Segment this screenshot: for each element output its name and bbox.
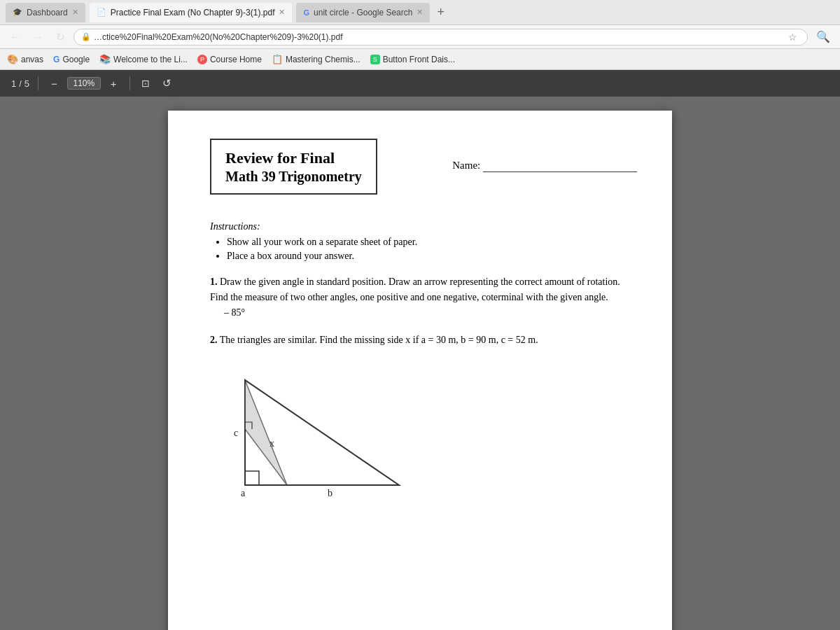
problem-2-number: 2. (210, 335, 218, 345)
bullet-2: Place a box around your answer. (227, 251, 637, 262)
course-home-icon: P (197, 55, 207, 64)
problem-1-text: Draw the given angle in standard positio… (210, 276, 620, 302)
toolbar-sep-1 (38, 76, 38, 90)
bookmark-canvas-label: anvas (21, 55, 43, 64)
zoom-value: 110% (67, 77, 101, 90)
inner-triangle (245, 380, 287, 485)
back-button[interactable]: ← (6, 29, 24, 44)
bookmark-google-label: Google (62, 55, 90, 64)
bookmark-mastering[interactable]: 📋 Mastering Chemis... (272, 54, 360, 64)
right-angle-marker (245, 471, 259, 485)
dashboard-icon: 🎓 (13, 8, 22, 17)
tab-pdf-label: Practice Final Exam (No Chapter 9)-3(1).… (111, 8, 275, 18)
fit-page-button[interactable]: ⊡ (139, 76, 153, 90)
tab-google-close[interactable]: ✕ (416, 8, 423, 17)
label-c: c (234, 428, 238, 438)
triangle-diagram: c x a b (224, 359, 637, 499)
bookmark-welcome-label: Welcome to the Li... (113, 55, 188, 64)
bullet-1: Show all your work on a separate sheet o… (227, 237, 637, 248)
pdf-content-area: Review for Final Math 39 Trigonometry Na… (0, 97, 840, 630)
toolbar-sep-2 (130, 76, 130, 90)
triangle-shape (245, 380, 399, 485)
tab-dashboard-label: Dashboard (27, 8, 68, 18)
page-info: 1 / 5 (11, 78, 29, 89)
tab-google[interactable]: G unit circle - Google Search ✕ (296, 3, 430, 22)
tab-bar: 🎓 Dashboard ✕ 📄 Practice Final Exam (No … (0, 0, 840, 25)
problem-2: 2. The triangles are similar. Find the m… (210, 332, 637, 348)
new-tab-button[interactable]: + (434, 5, 447, 20)
zoom-in-button[interactable]: + (106, 76, 121, 91)
bookmark-mastering-label: Mastering Chemis... (286, 55, 360, 64)
pdf-tab-icon: 📄 (97, 8, 106, 17)
title-line1: Review for Final (225, 148, 362, 169)
search-icon-button[interactable]: 🔍 (812, 29, 834, 45)
tab-dashboard-close[interactable]: ✕ (72, 8, 78, 17)
problem-1-sub: – 85° (224, 307, 245, 318)
bookmark-course-home[interactable]: P Course Home (197, 55, 262, 64)
triangle-svg: c x a b (224, 359, 420, 499)
button-front-icon: S (370, 55, 380, 64)
address-bar[interactable]: 🔒 …ctice%20Final%20Exam%20(No%20Chapter%… (74, 29, 808, 46)
instructions-label: Instructions: (210, 221, 637, 232)
label-x: x (270, 438, 274, 449)
tab-pdf-close[interactable]: ✕ (279, 8, 285, 17)
bookmark-button-front[interactable]: S Button Front Dais... (370, 55, 455, 64)
page-separator: / (19, 78, 22, 89)
problem-2-text: The triangles are similar. Find the miss… (220, 335, 538, 345)
lock-icon: 🔒 (81, 32, 91, 41)
problem-1-number: 1. (210, 276, 218, 287)
mastering-icon: 📋 (272, 54, 283, 64)
bookmark-google[interactable]: G Google (53, 55, 90, 64)
tab-dashboard[interactable]: 🎓 Dashboard ✕ (6, 3, 85, 22)
reload-button[interactable]: ↻ (52, 29, 69, 45)
name-underline (483, 160, 637, 172)
page-total: 5 (24, 78, 29, 89)
address-bar-row: ← → ↻ 🔒 …ctice%20Final%20Exam%20(No%20Ch… (0, 25, 840, 49)
bullet-list: Show all your work on a separate sheet o… (210, 237, 637, 262)
canvas-icon: 🎨 (7, 54, 18, 64)
google-bm-icon: G (53, 55, 59, 64)
label-a: a (241, 488, 246, 498)
tab-google-label: unit circle - Google Search (314, 8, 412, 18)
name-label: Name: (452, 160, 480, 171)
tab-pdf[interactable]: 📄 Practice Final Exam (No Chapter 9)-3(1… (90, 3, 293, 22)
bookmark-welcome[interactable]: 📚 Welcome to the Li... (99, 54, 188, 64)
label-b: b (328, 488, 332, 498)
rotate-button[interactable]: ↺ (158, 76, 176, 91)
title-box: Review for Final Math 39 Trigonometry (210, 139, 377, 195)
bookmark-canvas[interactable]: 🎨 anvas (7, 54, 43, 64)
bookmark-button-front-label: Button Front Dais... (383, 55, 455, 64)
zoom-out-button[interactable]: − (47, 76, 62, 91)
problem-1: 1. Draw the given angle in standard posi… (210, 274, 637, 321)
pdf-toolbar: 1 / 5 − 110% + ⊡ ↺ (0, 70, 840, 97)
name-field: Name: (452, 139, 637, 172)
forward-button[interactable]: → (29, 29, 48, 44)
bookmark-course-home-label: Course Home (210, 55, 262, 64)
star-icon[interactable]: ☆ (788, 31, 800, 43)
page-current: 1 (11, 78, 16, 89)
bookmarks-bar: 🎨 anvas G Google 📚 Welcome to the Li... … (0, 49, 840, 70)
instructions-section: Instructions: Show all your work on a se… (210, 221, 637, 262)
welcome-icon: 📚 (99, 54, 111, 64)
pdf-page: Review for Final Math 39 Trigonometry Na… (168, 111, 672, 630)
google-tab-icon: G (303, 8, 309, 17)
url-text: …ctice%20Final%20Exam%20(No%20Chapter%20… (94, 32, 343, 42)
title-line2: Math 39 Trigonometry (225, 169, 362, 185)
